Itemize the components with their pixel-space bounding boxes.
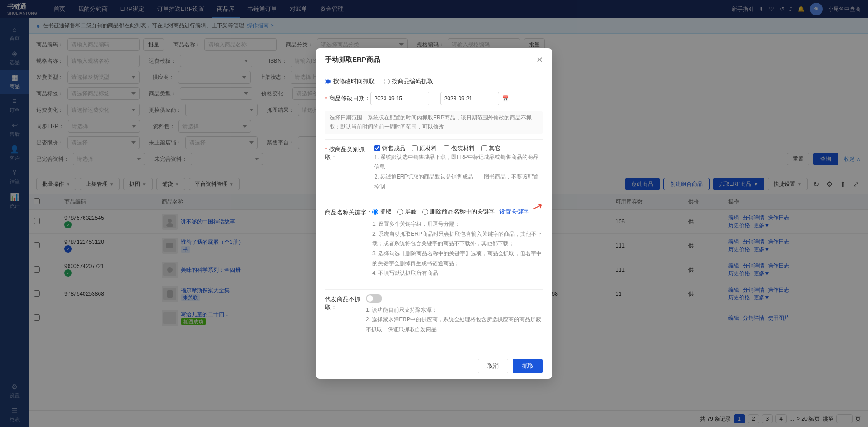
proxy-toggle[interactable] xyxy=(366,294,382,303)
proxy-hint-list: 1. 该功能目前只支持聚水潭； 2. 选择聚水潭ERP中的供应商，系统会处理将包… xyxy=(366,305,543,335)
radio-code-mode[interactable]: 按商品编码抓取 xyxy=(384,77,433,85)
date-separator: — xyxy=(432,95,438,102)
modal-close-icon[interactable]: ✕ xyxy=(536,56,543,64)
confirm-grab-button[interactable]: 抓取 xyxy=(513,359,543,373)
grab-mode-radio-group: 按修改时间抓取 按商品编码抓取 xyxy=(325,77,543,85)
divider-3 xyxy=(325,289,543,290)
date-end-input[interactable] xyxy=(440,92,499,105)
kw-hint-1: 1. 设置多个关键字组，用逗号分隔； xyxy=(372,219,543,229)
kw-hint-3: 3. 选择勾选【删除商品名称中的关键字】选项，商品会抓取，但名字中的关键字会删掉… xyxy=(372,249,543,268)
kw-hint-4: 4. 不填写默认抓取所有商品 xyxy=(372,268,543,278)
divider-1 xyxy=(325,139,543,140)
proxy-toggle-wrap xyxy=(366,294,543,303)
cancel-button[interactable]: 取消 xyxy=(478,359,508,373)
calendar-icon[interactable]: 📅 xyxy=(502,95,509,102)
category-raw-material[interactable]: 原材料 xyxy=(412,144,437,153)
keyword-radio-group: 抓取 屏蔽 删除商品名称中的关键字 xyxy=(372,208,495,216)
category-hint-2: 2. 易诚通ERP抓取的商品默认是销售成品——图书商品，不要该配置控制 xyxy=(374,172,543,192)
date-range-inputs: — 📅 xyxy=(370,92,509,105)
proxy-hint-1: 1. 该功能目前只支持聚水潭； xyxy=(366,305,543,315)
category-row: * 按商品类别抓取： 销售成品 原材料 xyxy=(325,144,543,197)
radio-time-mode[interactable]: 按修改时间抓取 xyxy=(325,77,375,85)
proxy-label: 代发商品不抓取： xyxy=(325,294,366,312)
kw-hint-2: 2. 系统自动抓取ERP商品时只会抓取包含输入关键字的商品，其他不下载；或者系统… xyxy=(372,229,543,249)
keyword-label: 商品名称关键字： xyxy=(325,208,372,217)
kw-radio-delete[interactable]: 删除商品名称中的关键字 xyxy=(422,208,495,216)
set-keyword-link[interactable]: 设置关键字 xyxy=(499,208,529,215)
category-label: * 按商品类别抓取： xyxy=(325,144,374,162)
kw-radio-grab[interactable]: 抓取 xyxy=(372,208,392,216)
date-start-input[interactable] xyxy=(370,92,429,105)
proxy-row: 代发商品不抓取： 1. 该功能目前只支持聚水潭； 2. 选择聚水潭ERP中的供应… xyxy=(325,294,543,340)
category-checkbox-group: 销售成品 原材料 包装材料 其它 xyxy=(374,144,543,153)
date-range-label: * 商品修改日期： xyxy=(325,94,370,103)
category-sales-product[interactable]: 销售成品 xyxy=(374,144,405,153)
modal-body: 按修改时间抓取 按商品编码抓取 * 商品修改日期： — 📅 xyxy=(316,70,552,353)
proxy-hint-2: 2. 选择聚水潭ERP中的供应商，系统会处理将包含所选供应商的商品屏蔽不抓取，保… xyxy=(366,315,543,334)
category-hint-1: 1. 系统默认选中销售成品下载，即ERP中标记成品或销售商品的商品信息 xyxy=(374,153,543,172)
date-hint-text: 选择日期范围，系统仅在配置的时间内抓取ERP商品，该日期范围外修改的商品不抓取；… xyxy=(325,111,543,134)
date-range-row: * 商品修改日期： — 📅 xyxy=(325,92,543,105)
kw-radio-block[interactable]: 屏蔽 xyxy=(397,208,417,216)
keyword-hint-list: 1. 设置多个关键字组，用逗号分隔； 2. 系统自动抓取ERP商品时只会抓取包含… xyxy=(372,219,543,278)
modal-overlay[interactable]: 手动抓取ERP商品 ✕ 按修改时间抓取 按商品编码抓取 * 商品修改日期： xyxy=(0,0,868,427)
modal-footer: 取消 抓取 xyxy=(316,353,552,379)
divider-2 xyxy=(325,203,543,203)
keyword-options-row: 抓取 屏蔽 删除商品名称中的关键字 设 xyxy=(372,208,543,216)
category-hint-list: 1. 系统默认选中销售成品下载，即ERP中标记成品或销售商品的商品信息 2. 易… xyxy=(374,153,543,192)
category-other[interactable]: 其它 xyxy=(481,144,501,153)
red-arrow-icon: ↗ xyxy=(530,198,544,215)
modal-header: 手动抓取ERP商品 ✕ xyxy=(316,48,552,70)
keyword-row: 商品名称关键字： 抓取 屏蔽 xyxy=(325,208,543,284)
modal-grab-erp: 手动抓取ERP商品 ✕ 按修改时间抓取 按商品编码抓取 * 商品修改日期： xyxy=(316,48,552,378)
category-packaging[interactable]: 包装材料 xyxy=(444,144,475,153)
modal-title: 手动抓取ERP商品 xyxy=(325,55,380,64)
toggle-slider xyxy=(366,294,382,303)
